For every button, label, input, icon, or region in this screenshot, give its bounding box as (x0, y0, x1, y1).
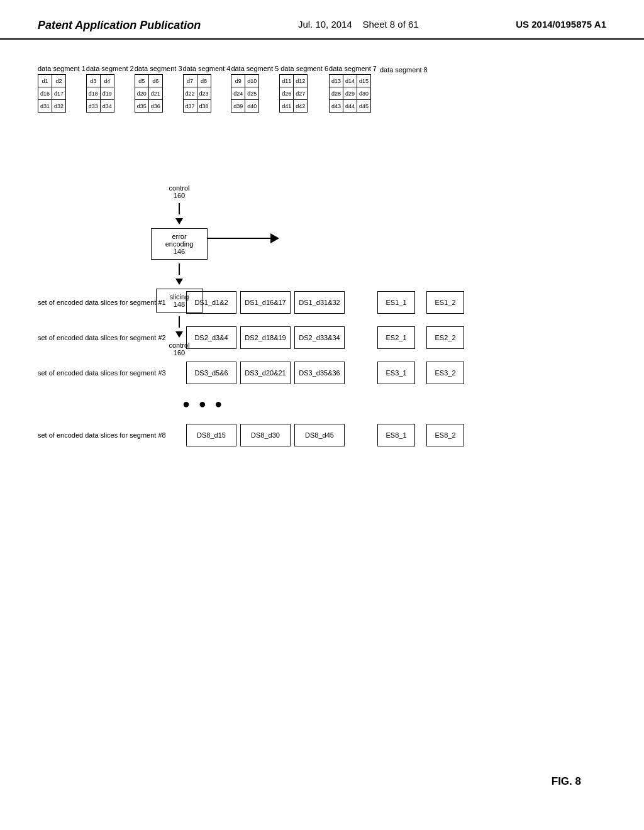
arrow-head-2 (175, 279, 183, 285)
ds3-cell1: DS3_d5&6 (186, 362, 236, 384)
encoded-label-2: set of encoded data slices for segment #… (38, 334, 182, 341)
cell: d20 (135, 87, 148, 100)
segment-8-label: data segment 8 (380, 65, 428, 74)
cell: d45 (357, 100, 371, 113)
seg3-label: data segment 3 (135, 65, 182, 72)
seg2-table: d3d4 d18d19 d33d34 (86, 74, 114, 113)
header-sheet: Sheet 8 of 61 (362, 19, 418, 30)
encoded-row-8: set of encoded data slices for segment #… (38, 424, 616, 446)
arrow-line-2 (179, 263, 180, 275)
error-encoding-box: error encoding 146 (151, 228, 208, 260)
arrow-right-head (270, 233, 279, 243)
seg6-label: data segment 6 (279, 65, 328, 72)
dots-row: ● ● ● (38, 397, 616, 411)
ds1-cell3: DS1_d31&32 (294, 291, 345, 314)
encoded-section: set of encoded data slices for segment #… (38, 291, 616, 459)
cell: d31 (38, 100, 52, 113)
cell: d9 (231, 75, 245, 87)
segment-7: data segment 7 d13d14d15 d28d29d30 d43d4… (329, 65, 377, 113)
cell: d8 (197, 75, 211, 87)
cell: d24 (231, 87, 245, 100)
cell: d30 (357, 87, 371, 100)
cell: d5 (135, 75, 148, 87)
cell: d2 (52, 75, 66, 87)
ellipsis-dots: ● ● ● (182, 397, 225, 411)
cell: d12 (294, 75, 308, 87)
cell: d15 (357, 75, 371, 87)
segment-6: data segment 6 d11d12 d26d27 d41d42 (279, 65, 328, 113)
cell: d36 (148, 100, 162, 113)
encoded-label-8: set of encoded data slices for segment #… (38, 431, 182, 439)
cell: d16 (38, 87, 52, 100)
segment-1: data segment 1 d1d2 d16d17 d31d32 (38, 65, 86, 113)
seg4-label: data segment 4 (183, 65, 231, 72)
cell: d41 (280, 100, 294, 113)
cell: d10 (245, 75, 259, 87)
es8-cell1: ES8_1 (377, 424, 415, 446)
seg3-table: d5d6 d20d21 d35d36 (135, 74, 163, 113)
ds3-cell3: DS3_d35&36 (294, 362, 345, 384)
seg5-table: d9d10 d24d25 d39d40 (231, 74, 259, 113)
control-top: control 160 (169, 184, 189, 199)
ds1-cell2: DS1_d16&17 (240, 291, 291, 314)
cell: d3 (86, 75, 100, 87)
seg1-table: d1d2 d16d17 d31d32 (38, 74, 66, 113)
segment-4: data segment 4 d7d8 d22d23 d37d38 (183, 65, 231, 113)
encoded-row-2: set of encoded data slices for segment #… (38, 326, 616, 349)
es3-cell2: ES3_2 (426, 362, 464, 384)
header-patent: US 2014/0195875 A1 (516, 19, 606, 30)
encoded-row-1: set of encoded data slices for segment #… (38, 291, 616, 314)
control-top-label: control (169, 184, 189, 192)
ds8-cell2: DS8_d30 (240, 424, 291, 446)
cell: d6 (148, 75, 162, 87)
header-date: Jul. 10, 2014 (298, 19, 352, 30)
ds2-cell2: DS2_d18&19 (240, 326, 291, 349)
cell: d23 (197, 87, 211, 100)
cell: d26 (280, 87, 294, 100)
seg6-table: d11d12 d26d27 d41d42 (279, 74, 308, 113)
ds1-cell1: DS1_d1&2 (186, 291, 236, 314)
cell: d37 (183, 100, 197, 113)
encoded-row-3: set of encoded data slices for segment #… (38, 362, 616, 384)
cell: d29 (343, 87, 357, 100)
error-encoding-label: error (159, 233, 199, 240)
ds2-cell3: DS2_d33&34 (294, 326, 345, 349)
cell: d27 (294, 87, 308, 100)
cell: d22 (183, 87, 197, 100)
ds2-cell1: DS2_d3&4 (186, 326, 236, 349)
ds3-cell2: DS3_d20&21 (240, 362, 291, 384)
segment-5: data segment 5 d9d10 d24d25 d39d40 (231, 65, 279, 113)
control-top-num: 160 (174, 192, 185, 199)
cell: d32 (52, 100, 66, 113)
header-meta: Jul. 10, 2014 Sheet 8 of 61 (298, 19, 419, 30)
es8-cell2: ES8_2 (426, 424, 464, 446)
cell: d7 (183, 75, 197, 87)
patent-title: Patent Application Publication (38, 19, 201, 32)
cell: d19 (100, 87, 114, 100)
cell: d13 (330, 75, 343, 87)
cell: d38 (197, 100, 211, 113)
cell: d33 (86, 100, 100, 113)
cell: d17 (52, 87, 66, 100)
cell: d14 (343, 75, 357, 87)
process-right-arrow (208, 233, 279, 243)
cell: d39 (231, 100, 245, 113)
cell: d21 (148, 87, 162, 100)
segments-area: data segment 1 d1d2 d16d17 d31d32 data s… (38, 65, 428, 113)
cell: d1 (38, 75, 52, 87)
fig-label: FIG. 8 (552, 775, 581, 788)
error-encoding-sub: encoding 146 (159, 240, 199, 255)
es1-cell2: ES1_2 (426, 291, 464, 314)
seg1-label: data segment 1 (38, 65, 86, 72)
cell: d18 (86, 87, 100, 100)
es2-cell2: ES2_2 (426, 326, 464, 349)
header: Patent Application Publication Jul. 10, … (0, 0, 644, 40)
es1-cell1: ES1_1 (377, 291, 415, 314)
main-content: data segment 1 d1d2 d16d17 d31d32 data s… (0, 40, 644, 807)
es2-cell1: ES2_1 (377, 326, 415, 349)
arrow-head-1 (175, 218, 183, 224)
cell: d42 (294, 100, 308, 113)
cell: d35 (135, 100, 148, 113)
seg2-label: data segment 2 (86, 65, 134, 72)
cell: d11 (280, 75, 294, 87)
